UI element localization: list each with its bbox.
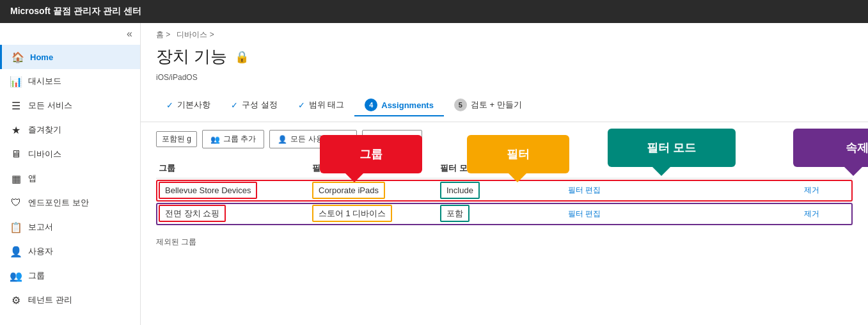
- services-icon: ☰: [10, 100, 22, 111]
- app-title: Microsoft 끝점 관리자 관리 센터: [10, 6, 141, 17]
- add-group-button[interactable]: 👥 그룹 추가: [202, 130, 264, 148]
- tab-review-label: 검토 + 만들기: [471, 99, 522, 111]
- sidebar-label-tenant: 테넌트 관리: [28, 294, 72, 306]
- page-header: 장치 기능 🔒: [141, 43, 868, 73]
- callout-filter-mode-label: 필터 모드: [647, 140, 696, 155]
- row1-remove-link[interactable]: 제거: [804, 186, 819, 194]
- callout-filter-label: 필터: [507, 147, 530, 162]
- callout-filter-mode: 필터 모드: [608, 129, 736, 167]
- sidebar-collapse-btn[interactable]: «: [0, 23, 140, 45]
- top-bar: Microsoft 끝점 관리자 관리 센터: [0, 0, 868, 23]
- row2-edit-link[interactable]: 필터 편집: [568, 209, 601, 218]
- sidebar-item-favorites[interactable]: ★ 즐겨찾기: [0, 118, 140, 142]
- add-group-icon: 👥: [210, 135, 220, 144]
- row2-edit[interactable]: 필터 편집: [565, 209, 801, 219]
- add-user-icon: 👤: [278, 135, 287, 144]
- home-icon: 🏠: [12, 51, 24, 63]
- groups-icon: 👥: [10, 270, 22, 281]
- callout-assignment: 속제: [793, 129, 868, 167]
- sidebar-label-favorites: 즐겨찾기: [28, 124, 61, 136]
- tab-config[interactable]: ✓ 구성 설정: [221, 95, 288, 116]
- sidebar-label-apps: 앱: [28, 173, 36, 184]
- sidebar-label-users: 사용자: [28, 246, 53, 257]
- tab-config-label: 구성 설정: [242, 99, 278, 111]
- included-group-tag: 포함된 g: [156, 131, 197, 147]
- tab-assignments[interactable]: 4 Assignments: [354, 95, 444, 116]
- sidebar-item-devices[interactable]: 🖥 디바이스: [0, 142, 140, 166]
- breadcrumb: 홈 > 디바이스 >: [141, 23, 868, 43]
- steps-bar: ✓ 기본사항 ✓ 구성 설정 ✓ 범위 태그 4 Assignments 5 검…: [141, 90, 868, 122]
- check-icon-config: ✓: [231, 100, 238, 110]
- callout-assignment-label: 속제: [846, 140, 868, 155]
- sidebar-label-dashboard: 대시보드: [28, 75, 61, 87]
- sidebar-label-endpoint: 엔드포인트 보안: [28, 197, 89, 209]
- endpoint-icon: 🛡: [10, 197, 22, 209]
- badge-assignments: 4: [365, 99, 377, 111]
- table-row-2-wrap: 전면 장치 쇼핑 스토어 1 디바이스 포함 필터 편집 제거: [156, 203, 853, 225]
- callout-group-label: 그룹: [359, 147, 383, 162]
- row1-filter-mode-value: Include: [440, 182, 480, 199]
- lock-icon: 🔒: [235, 50, 249, 64]
- row1-edit-link[interactable]: 필터 편집: [568, 186, 601, 194]
- row1-edit[interactable]: 필터 편집: [565, 185, 801, 196]
- col-header-group: 그룹: [156, 162, 310, 174]
- sidebar-item-users[interactable]: 👤 사용자: [0, 239, 140, 264]
- row2-remove-link[interactable]: 제거: [804, 209, 819, 218]
- tab-review[interactable]: 5 검토 + 만들기: [444, 95, 532, 116]
- sidebar-item-endpoint[interactable]: 🛡 엔드포인트 보안: [0, 191, 140, 215]
- row2-group: 전면 장치 쇼핑: [156, 208, 310, 219]
- sidebar-label-services: 모든 서비스: [28, 100, 72, 111]
- sidebar-item-dashboard[interactable]: 📊 대시보드: [0, 69, 140, 93]
- row1-filter: Corporate iPads: [310, 186, 438, 195]
- table-row-1-wrap: Bellevue Store Devices Corporate iPads I…: [156, 180, 853, 202]
- tab-basics[interactable]: ✓ 기본사항: [156, 95, 221, 116]
- excluded-groups-section: 제외된 그룹: [141, 232, 868, 253]
- sidebar-item-reports[interactable]: 📋 보고서: [0, 215, 140, 239]
- dashboard-icon: 📊: [10, 75, 22, 87]
- sidebar-item-apps[interactable]: ▦ 앱: [0, 166, 140, 191]
- page-subtitle: iOS/iPadOS: [141, 73, 868, 90]
- check-icon-basics: ✓: [166, 100, 173, 110]
- tab-assignments-label: Assignments: [381, 100, 434, 110]
- add-group-label: 그룹 추가: [223, 134, 256, 145]
- row1-group: Bellevue Store Devices: [156, 186, 310, 195]
- collapse-icon[interactable]: «: [127, 28, 132, 40]
- sidebar-label-devices: 디바이스: [28, 148, 61, 160]
- callout-group: 그룹: [320, 135, 422, 173]
- users-icon: 👤: [10, 246, 22, 257]
- row2-filter-mode: 포함: [438, 208, 565, 219]
- badge-review: 5: [454, 99, 467, 111]
- table-row-2: 전면 장치 쇼핑 스토어 1 디바이스 포함 필터 편집 제거: [156, 203, 853, 225]
- row2-filter-mode-value: 포함: [440, 205, 470, 222]
- row2-filter-value: 스토어 1 디바이스: [312, 205, 392, 222]
- sidebar-label-home: Home: [30, 52, 53, 62]
- devices-icon: 🖥: [10, 148, 22, 160]
- apps-icon: ▦: [10, 173, 22, 184]
- row2-group-value: 전면 장치 쇼핑: [159, 205, 226, 222]
- sidebar: « 🏠 Home 📊 대시보드 ☰ 모든 서비스 ★ 즐겨찾기 🖥 디바이스 ▦…: [0, 23, 141, 325]
- main-content: 홈 > 디바이스 > 장치 기능 🔒 iOS/iPadOS ✓ 기본사항 ✓ 구…: [141, 23, 868, 325]
- row2-remove[interactable]: 제거: [801, 209, 853, 219]
- sidebar-item-home[interactable]: 🏠 Home: [0, 45, 140, 69]
- sidebar-label-groups: 그룹: [28, 270, 45, 281]
- tenant-icon: ⚙: [10, 294, 22, 306]
- row1-filter-mode: Include: [438, 186, 565, 195]
- check-icon-scope: ✓: [298, 100, 305, 110]
- reports-icon: 📋: [10, 221, 22, 233]
- page-title: 장치 기능: [156, 45, 227, 68]
- sidebar-label-reports: 보고서: [28, 221, 53, 233]
- row2-filter: 스토어 1 디바이스: [310, 208, 438, 219]
- row1-group-value: Bellevue Store Devices: [159, 182, 257, 199]
- tab-scope[interactable]: ✓ 범위 태그: [288, 95, 355, 116]
- sidebar-item-tenant[interactable]: ⚙ 테넌트 관리: [0, 288, 140, 312]
- favorites-icon: ★: [10, 124, 22, 136]
- excluded-groups-label: 제외된 그룹: [156, 237, 196, 246]
- tab-basics-label: 기본사항: [177, 99, 210, 111]
- table-row-1: Bellevue Store Devices Corporate iPads I…: [156, 180, 853, 202]
- sidebar-item-groups[interactable]: 👥 그룹: [0, 264, 140, 288]
- row1-filter-value: Corporate iPads: [312, 182, 385, 199]
- callout-filter: 필터: [467, 135, 569, 173]
- row1-remove[interactable]: 제거: [801, 185, 853, 196]
- sidebar-item-services[interactable]: ☰ 모든 서비스: [0, 93, 140, 118]
- tab-scope-label: 범위 태그: [309, 99, 345, 111]
